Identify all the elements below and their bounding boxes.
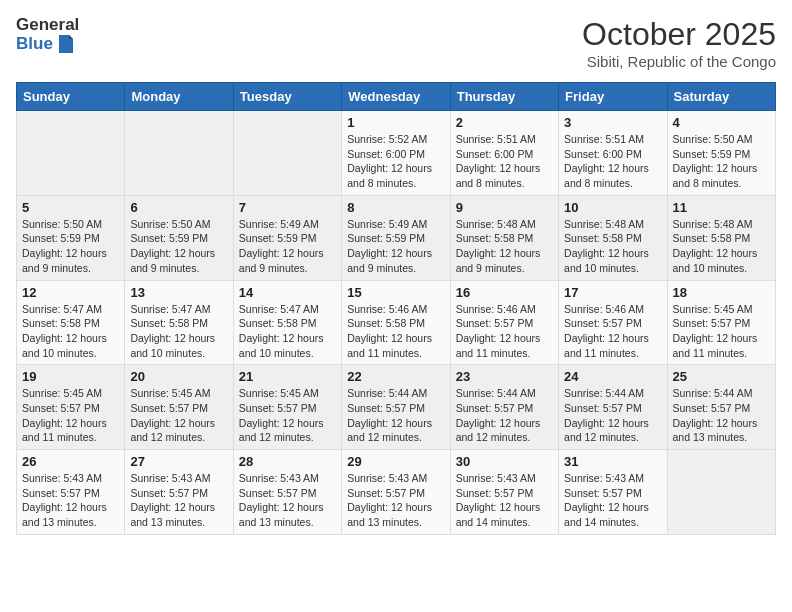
day-detail: Sunrise: 5:49 AMSunset: 5:59 PMDaylight:… — [347, 217, 444, 276]
calendar-cell: 1Sunrise: 5:52 AMSunset: 6:00 PMDaylight… — [342, 111, 450, 196]
day-number: 22 — [347, 369, 444, 384]
day-number: 26 — [22, 454, 119, 469]
day-detail: Sunrise: 5:50 AMSunset: 5:59 PMDaylight:… — [130, 217, 227, 276]
calendar-cell: 30Sunrise: 5:43 AMSunset: 5:57 PMDayligh… — [450, 450, 558, 535]
calendar-cell: 15Sunrise: 5:46 AMSunset: 5:58 PMDayligh… — [342, 280, 450, 365]
calendar-cell: 17Sunrise: 5:46 AMSunset: 5:57 PMDayligh… — [559, 280, 667, 365]
calendar-cell: 21Sunrise: 5:45 AMSunset: 5:57 PMDayligh… — [233, 365, 341, 450]
day-detail: Sunrise: 5:44 AMSunset: 5:57 PMDaylight:… — [564, 386, 661, 445]
calendar-cell — [233, 111, 341, 196]
day-number: 8 — [347, 200, 444, 215]
day-number: 12 — [22, 285, 119, 300]
day-number: 15 — [347, 285, 444, 300]
day-detail: Sunrise: 5:45 AMSunset: 5:57 PMDaylight:… — [239, 386, 336, 445]
day-detail: Sunrise: 5:48 AMSunset: 5:58 PMDaylight:… — [456, 217, 553, 276]
day-number: 27 — [130, 454, 227, 469]
calendar-cell — [17, 111, 125, 196]
day-number: 19 — [22, 369, 119, 384]
week-row-3: 12Sunrise: 5:47 AMSunset: 5:58 PMDayligh… — [17, 280, 776, 365]
day-detail: Sunrise: 5:50 AMSunset: 5:59 PMDaylight:… — [673, 132, 770, 191]
calendar-cell: 23Sunrise: 5:44 AMSunset: 5:57 PMDayligh… — [450, 365, 558, 450]
day-detail: Sunrise: 5:52 AMSunset: 6:00 PMDaylight:… — [347, 132, 444, 191]
day-detail: Sunrise: 5:46 AMSunset: 5:58 PMDaylight:… — [347, 302, 444, 361]
title-area: October 2025 Sibiti, Republic of the Con… — [582, 16, 776, 70]
day-number: 6 — [130, 200, 227, 215]
week-row-5: 26Sunrise: 5:43 AMSunset: 5:57 PMDayligh… — [17, 450, 776, 535]
day-number: 28 — [239, 454, 336, 469]
day-number: 4 — [673, 115, 770, 130]
logo-blue: Blue — [16, 35, 53, 54]
logo-general: General — [16, 16, 79, 35]
calendar-cell: 28Sunrise: 5:43 AMSunset: 5:57 PMDayligh… — [233, 450, 341, 535]
day-detail: Sunrise: 5:51 AMSunset: 6:00 PMDaylight:… — [564, 132, 661, 191]
day-number: 31 — [564, 454, 661, 469]
weekday-header-wednesday: Wednesday — [342, 83, 450, 111]
day-number: 9 — [456, 200, 553, 215]
calendar-cell — [667, 450, 775, 535]
calendar-cell: 27Sunrise: 5:43 AMSunset: 5:57 PMDayligh… — [125, 450, 233, 535]
day-number: 13 — [130, 285, 227, 300]
day-detail: Sunrise: 5:44 AMSunset: 5:57 PMDaylight:… — [673, 386, 770, 445]
calendar-cell: 13Sunrise: 5:47 AMSunset: 5:58 PMDayligh… — [125, 280, 233, 365]
day-detail: Sunrise: 5:46 AMSunset: 5:57 PMDaylight:… — [564, 302, 661, 361]
day-number: 5 — [22, 200, 119, 215]
day-detail: Sunrise: 5:45 AMSunset: 5:57 PMDaylight:… — [130, 386, 227, 445]
weekday-header-thursday: Thursday — [450, 83, 558, 111]
weekday-header-monday: Monday — [125, 83, 233, 111]
day-detail: Sunrise: 5:49 AMSunset: 5:59 PMDaylight:… — [239, 217, 336, 276]
day-detail: Sunrise: 5:47 AMSunset: 5:58 PMDaylight:… — [130, 302, 227, 361]
day-number: 11 — [673, 200, 770, 215]
calendar-cell: 14Sunrise: 5:47 AMSunset: 5:58 PMDayligh… — [233, 280, 341, 365]
day-detail: Sunrise: 5:43 AMSunset: 5:57 PMDaylight:… — [456, 471, 553, 530]
calendar-cell: 3Sunrise: 5:51 AMSunset: 6:00 PMDaylight… — [559, 111, 667, 196]
calendar-cell: 5Sunrise: 5:50 AMSunset: 5:59 PMDaylight… — [17, 195, 125, 280]
weekday-header-friday: Friday — [559, 83, 667, 111]
day-detail: Sunrise: 5:43 AMSunset: 5:57 PMDaylight:… — [239, 471, 336, 530]
day-detail: Sunrise: 5:48 AMSunset: 5:58 PMDaylight:… — [673, 217, 770, 276]
weekday-header-row: SundayMondayTuesdayWednesdayThursdayFrid… — [17, 83, 776, 111]
day-number: 1 — [347, 115, 444, 130]
calendar-table: SundayMondayTuesdayWednesdayThursdayFrid… — [16, 82, 776, 535]
day-number: 17 — [564, 285, 661, 300]
day-detail: Sunrise: 5:44 AMSunset: 5:57 PMDaylight:… — [347, 386, 444, 445]
logo-icon — [55, 35, 73, 53]
calendar-cell: 7Sunrise: 5:49 AMSunset: 5:59 PMDaylight… — [233, 195, 341, 280]
calendar-cell: 19Sunrise: 5:45 AMSunset: 5:57 PMDayligh… — [17, 365, 125, 450]
calendar-cell: 29Sunrise: 5:43 AMSunset: 5:57 PMDayligh… — [342, 450, 450, 535]
day-number: 25 — [673, 369, 770, 384]
calendar-cell: 2Sunrise: 5:51 AMSunset: 6:00 PMDaylight… — [450, 111, 558, 196]
day-detail: Sunrise: 5:43 AMSunset: 5:57 PMDaylight:… — [564, 471, 661, 530]
day-detail: Sunrise: 5:46 AMSunset: 5:57 PMDaylight:… — [456, 302, 553, 361]
calendar-cell: 12Sunrise: 5:47 AMSunset: 5:58 PMDayligh… — [17, 280, 125, 365]
week-row-2: 5Sunrise: 5:50 AMSunset: 5:59 PMDaylight… — [17, 195, 776, 280]
week-row-4: 19Sunrise: 5:45 AMSunset: 5:57 PMDayligh… — [17, 365, 776, 450]
day-detail: Sunrise: 5:47 AMSunset: 5:58 PMDaylight:… — [239, 302, 336, 361]
logo: General Blue — [16, 16, 79, 53]
day-number: 3 — [564, 115, 661, 130]
calendar-cell: 18Sunrise: 5:45 AMSunset: 5:57 PMDayligh… — [667, 280, 775, 365]
week-row-1: 1Sunrise: 5:52 AMSunset: 6:00 PMDaylight… — [17, 111, 776, 196]
calendar-cell: 31Sunrise: 5:43 AMSunset: 5:57 PMDayligh… — [559, 450, 667, 535]
day-number: 2 — [456, 115, 553, 130]
day-number: 16 — [456, 285, 553, 300]
weekday-header-sunday: Sunday — [17, 83, 125, 111]
day-number: 18 — [673, 285, 770, 300]
calendar-cell — [125, 111, 233, 196]
day-number: 14 — [239, 285, 336, 300]
svg-marker-1 — [69, 35, 73, 39]
day-detail: Sunrise: 5:45 AMSunset: 5:57 PMDaylight:… — [22, 386, 119, 445]
day-number: 7 — [239, 200, 336, 215]
day-number: 29 — [347, 454, 444, 469]
calendar-cell: 25Sunrise: 5:44 AMSunset: 5:57 PMDayligh… — [667, 365, 775, 450]
day-number: 30 — [456, 454, 553, 469]
calendar-cell: 4Sunrise: 5:50 AMSunset: 5:59 PMDaylight… — [667, 111, 775, 196]
day-detail: Sunrise: 5:43 AMSunset: 5:57 PMDaylight:… — [130, 471, 227, 530]
calendar-cell: 9Sunrise: 5:48 AMSunset: 5:58 PMDaylight… — [450, 195, 558, 280]
day-number: 10 — [564, 200, 661, 215]
calendar-cell: 6Sunrise: 5:50 AMSunset: 5:59 PMDaylight… — [125, 195, 233, 280]
calendar-cell: 16Sunrise: 5:46 AMSunset: 5:57 PMDayligh… — [450, 280, 558, 365]
calendar-cell: 24Sunrise: 5:44 AMSunset: 5:57 PMDayligh… — [559, 365, 667, 450]
calendar-cell: 26Sunrise: 5:43 AMSunset: 5:57 PMDayligh… — [17, 450, 125, 535]
month-title: October 2025 — [582, 16, 776, 53]
day-number: 20 — [130, 369, 227, 384]
